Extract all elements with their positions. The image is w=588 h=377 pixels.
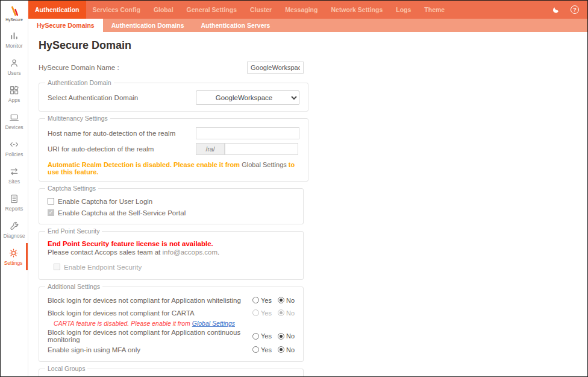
uri-prefix: /ra/ (196, 143, 225, 155)
sidebar-item-settings[interactable]: Settings (1, 243, 28, 270)
section-legend: Captcha Settings (45, 185, 98, 192)
settings-gear-icon (8, 248, 19, 258)
app-whitelisting-row: Block login for devices not compliant fo… (48, 294, 295, 306)
app-whitelisting-label: Block login for devices not compliant fo… (48, 297, 241, 304)
sidebar-item-label: Settings (4, 260, 23, 266)
auth-domain-select[interactable]: GoogleWorkspace (196, 90, 299, 105)
moon-icon[interactable] (551, 5, 560, 14)
sidebar-item-sites[interactable]: Sites (1, 162, 28, 189)
enable-endpoint-security-row: Enable Endpoint Security (54, 261, 295, 273)
uri-label: URI for auto-detection of the realm (48, 145, 196, 153)
multitenancy-settings-section: Multitenancy Settings Host name for auto… (39, 115, 308, 182)
captcha-user-login-label: Enable Captcha for User Login (58, 198, 152, 205)
tab-theme[interactable]: Theme (418, 1, 451, 19)
sidebar-item-label: Sites (8, 179, 20, 185)
carta-disabled-note: CARTA feature is disabled. Please enable… (54, 320, 295, 327)
captcha-self-service-checkbox: ✓ (48, 209, 54, 216)
carta-yes-radio: Yes (252, 309, 272, 317)
continuous-monitoring-no-radio[interactable]: No (278, 332, 295, 340)
sidebar-item-label: Apps (8, 97, 20, 103)
section-legend: Authentication Domain (45, 79, 114, 86)
enable-endpoint-security-checkbox (54, 264, 60, 270)
app-whitelisting-no-radio[interactable]: No (278, 297, 295, 304)
top-navigation: Authentication Services Config Global Ge… (28, 1, 587, 19)
page-title: HySecure Domain (39, 39, 587, 52)
sidebar-item-label: Reports (5, 206, 23, 212)
policies-icon (9, 139, 19, 150)
mfa-only-no-radio[interactable]: No (278, 346, 295, 353)
hysecure-logo-icon (8, 5, 20, 17)
carta-global-settings-link[interactable]: Global Settings (192, 320, 235, 327)
tab-services-config[interactable]: Services Config (86, 1, 147, 19)
carta-row: Block login for devices not compliant fo… (48, 306, 295, 319)
contact-email: info@accops.com (163, 249, 218, 256)
carta-label: Block login for devices not compliant fo… (48, 309, 195, 317)
sidebar-item-label: Monitor (5, 43, 22, 49)
captcha-self-service-label: Enable Captcha at the Self-Service Porta… (58, 209, 186, 217)
main-content: HySecure Domain HySecure Domain Name : A… (28, 32, 587, 376)
sidebar-item-users[interactable]: Users (1, 53, 28, 80)
help-icon[interactable]: ? (571, 5, 579, 14)
captcha-user-login-row: Enable Captcha for User Login (48, 195, 295, 207)
app-whitelisting-yes-radio[interactable]: Yes (252, 297, 272, 304)
local-groups-section: Local Groups Allowed Groups Blocked Grou… (39, 365, 304, 376)
sidebar-item-label: Diagnose (4, 233, 25, 239)
section-legend: End Point Security (45, 227, 102, 235)
mfa-only-yes-radio[interactable]: Yes (252, 346, 272, 353)
sites-icon (9, 166, 19, 177)
hysecure-admin-window: HySecure Monitor Users Apps Devices (0, 0, 588, 377)
sidebar-item-apps[interactable]: Apps (1, 80, 28, 107)
continuous-monitoring-label: Block login for devices not compliant fo… (48, 329, 252, 343)
tab-cluster[interactable]: Cluster (243, 1, 278, 19)
tab-logs[interactable]: Logs (389, 1, 418, 19)
apps-icon (9, 85, 19, 95)
uri-input[interactable] (225, 143, 298, 155)
subtab-hysecure-domains[interactable]: HySecure Domains (28, 19, 103, 32)
section-legend: Additional Settings (45, 283, 102, 290)
tab-authentication[interactable]: Authentication (28, 1, 86, 19)
tab-network-settings[interactable]: Network Settings (324, 1, 389, 19)
carta-no-radio: No (278, 309, 295, 317)
sidebar-item-monitor[interactable]: Monitor (1, 26, 28, 53)
sidebar: HySecure Monitor Users Apps Devices (1, 1, 28, 376)
tab-messaging[interactable]: Messaging (278, 1, 324, 19)
monitor-icon (9, 31, 19, 41)
diagnose-icon (9, 221, 19, 231)
endpoint-security-section: End Point Security End Point Security fe… (39, 227, 304, 280)
host-name-input[interactable] (196, 127, 299, 139)
continuous-monitoring-yes-radio[interactable]: Yes (252, 332, 272, 340)
captcha-settings-section: Captcha Settings Enable Captcha for User… (39, 185, 304, 224)
sidebar-item-label: Devices (5, 124, 23, 130)
subtab-authentication-servers[interactable]: Authentication Servers (192, 19, 278, 32)
captcha-self-service-row: ✓ Enable Captcha at the Self-Service Por… (48, 207, 295, 218)
endpoint-contact-text: Please contact Accops sales team at info… (48, 249, 295, 256)
users-icon (9, 58, 19, 68)
sidebar-item-diagnose[interactable]: Diagnose (1, 216, 28, 243)
sidebar-item-reports[interactable]: Reports (1, 189, 28, 216)
authentication-domain-section: Authentication Domain Select Authenticat… (39, 79, 308, 112)
section-legend: Local Groups (45, 365, 87, 372)
devices-icon (9, 112, 19, 122)
realm-warning-global-settings: Global Settings (242, 161, 287, 168)
sidebar-item-policies[interactable]: Policies (1, 135, 28, 162)
sidebar-item-label: Users (7, 70, 20, 76)
sidebar-item-devices[interactable]: Devices (1, 107, 28, 135)
mfa-only-row: Enable sign-in using MFA only Yes No (48, 343, 295, 356)
realm-detection-warning: Automatic Realm Detection is disabled. P… (48, 161, 299, 176)
sidebar-item-label: Policies (5, 151, 23, 157)
domain-name-input[interactable] (247, 62, 304, 74)
sub-navigation: HySecure Domains Authentication Domains … (28, 19, 587, 32)
captcha-user-login-checkbox[interactable] (48, 198, 54, 204)
tab-general-settings[interactable]: General Settings (180, 1, 243, 19)
host-name-label: Host name for auto-detection of the real… (48, 130, 196, 137)
reports-icon (9, 194, 19, 204)
brand-name: HySecure (5, 17, 23, 22)
section-legend: Multitenancy Settings (45, 115, 110, 122)
hysecure-logo: HySecure (1, 1, 28, 26)
select-auth-domain-label: Select Authentication Domain (48, 94, 196, 101)
mfa-only-label: Enable sign-in using MFA only (48, 346, 140, 353)
domain-name-row: HySecure Domain Name : (39, 62, 304, 74)
additional-settings-section: Additional Settings Block login for devi… (39, 283, 304, 362)
subtab-authentication-domains[interactable]: Authentication Domains (103, 19, 193, 32)
tab-global[interactable]: Global (147, 1, 180, 19)
